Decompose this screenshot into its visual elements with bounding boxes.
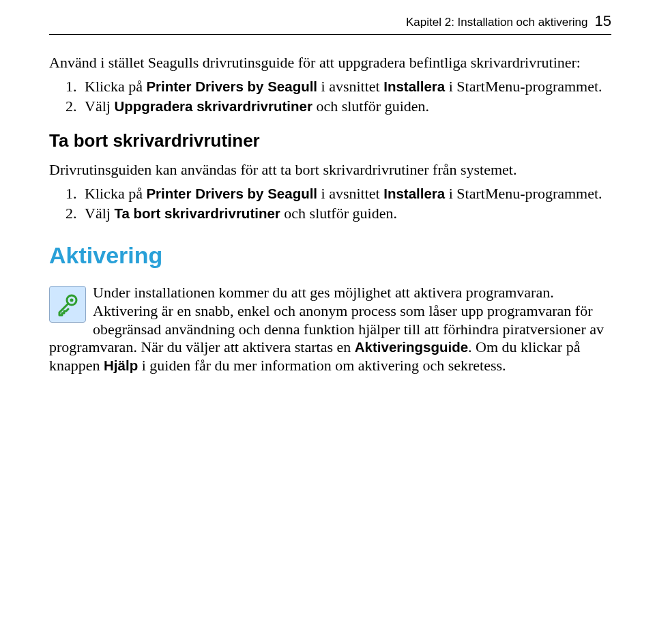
step-text: Klicka på: [85, 78, 146, 95]
step-bold-remove: Ta bort skrivardrivrutiner: [114, 205, 280, 221]
page-header: Kapitel 2: Installation och aktivering 1…: [49, 12, 611, 30]
key-icon: [49, 286, 86, 323]
intro-paragraph-2: Drivrutinsguiden kan användas för att ta…: [49, 161, 611, 179]
step-text: och slutför guiden.: [312, 98, 429, 115]
svg-point-1: [70, 298, 74, 302]
header-rule: [49, 34, 611, 35]
header-chapter-title: Kapitel 2: Installation och aktivering: [406, 16, 588, 29]
step-text: Klicka på: [85, 185, 146, 202]
step-text: Välj: [85, 205, 114, 222]
step-bold-install: Installera: [383, 78, 445, 94]
list-item: Välj Ta bort skrivardrivrutiner och slut…: [81, 205, 611, 223]
step-text: Välj: [85, 98, 114, 115]
step-text: i avsnittet: [317, 185, 383, 202]
step-text: i avsnittet: [317, 78, 383, 95]
remove-steps-list: Klicka på Printer Drivers by Seagull i a…: [49, 185, 611, 223]
step-bold-product: Printer Drivers by Seagull: [146, 78, 317, 94]
intro-paragraph-1: Använd i stället Seagulls drivrutinsguid…: [49, 54, 611, 72]
step-bold-upgrade: Uppgradera skrivardrivrutiner: [114, 98, 312, 114]
section-heading-activation: Aktivering: [49, 242, 611, 269]
activation-bold-wizard: Aktiveringsguide: [355, 339, 468, 355]
activation-note-block: Under installationen kommer du att ges m…: [49, 284, 611, 375]
upgrade-steps-list: Klicka på Printer Drivers by Seagull i a…: [49, 78, 611, 116]
activation-bold-help: Hjälp: [104, 357, 138, 373]
step-text: i StartMenu-programmet.: [445, 78, 602, 95]
header-page-number: 15: [595, 12, 611, 30]
step-text: och slutför guiden.: [280, 205, 397, 222]
activation-text: i guiden får du mer information om aktiv…: [138, 357, 506, 374]
step-bold-product: Printer Drivers by Seagull: [146, 186, 317, 201]
list-item: Klicka på Printer Drivers by Seagull i a…: [81, 185, 611, 203]
section-heading-remove-drivers: Ta bort skrivardrivrutiner: [49, 130, 611, 151]
step-text: i StartMenu-programmet.: [445, 185, 602, 202]
step-bold-install: Installera: [383, 186, 445, 201]
list-item: Klicka på Printer Drivers by Seagull i a…: [81, 78, 611, 96]
list-item: Välj Uppgradera skrivardrivrutiner och s…: [81, 98, 611, 116]
